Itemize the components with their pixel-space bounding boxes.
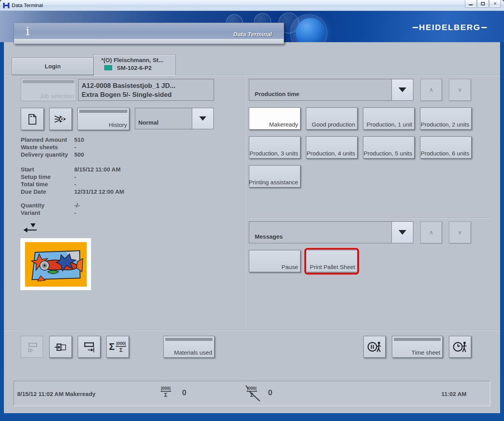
minimize-button[interactable] <box>465 0 477 8</box>
time-sheet-button[interactable]: Time sheet <box>392 336 443 358</box>
history-button[interactable]: History <box>77 108 129 130</box>
clock-display: 11:02 AM <box>441 391 466 397</box>
production-button-6-units[interactable]: Production, 6 units <box>420 136 472 159</box>
production-button-3-units[interactable]: Production, 3 units <box>249 136 300 159</box>
counter-sum-button[interactable]: Σ |000| Σ <box>106 336 129 358</box>
window-title: Data Terminal <box>12 2 43 8</box>
maximize-icon <box>481 2 485 5</box>
stat-row: Start8/15/12 11:00 AM <box>21 166 124 173</box>
job-info-box: A12-0008 Basistestjob_1 JD... Extra Boge… <box>78 79 214 101</box>
stat-row: Total time- <box>21 180 124 188</box>
messages-scroll-up-button[interactable]: ∧ <box>420 221 442 243</box>
sigma-icon: Σ <box>109 341 114 352</box>
tab-active-job[interactable]: *(O) Fleischmann, St... SM-102-6-P2 <box>94 54 176 75</box>
waste-counter-icon: |000|Σ <box>247 386 257 398</box>
job-preview-thumbnail <box>20 238 91 290</box>
production-dropdown-arrow[interactable] <box>391 79 413 101</box>
production-time-dropdown[interactable]: Production time <box>249 79 413 101</box>
production-button-1-unit[interactable]: Production, 1 unit <box>363 107 415 130</box>
chevron-down-icon <box>399 230 406 235</box>
production-button-5-units[interactable]: Production, 5 units <box>363 136 415 159</box>
status-message: 8/15/12 11:02 AM Makeready <box>17 391 95 397</box>
logo-bar <box>481 27 487 28</box>
tab-operator-label: *(O) Fleischmann, St... <box>101 57 175 63</box>
preview-eye-icon <box>54 113 67 125</box>
app-header-bar: i Data Terminal <box>14 23 284 44</box>
heidelberg-h-icon <box>3 3 9 8</box>
mode-value: Normal <box>138 119 159 126</box>
machine-status-indicator <box>104 65 112 70</box>
job-change-icon <box>54 340 67 353</box>
info-icon[interactable]: i <box>26 25 30 37</box>
pause-timesheet-button[interactable] <box>363 336 386 358</box>
tab-machine-label: SM-102-6-P2 <box>117 64 152 71</box>
status-bar: 8/15/12 11:02 AM Makeready |000|Σ 0 |000… <box>14 381 490 406</box>
chevron-down-icon: ∨ <box>458 86 462 93</box>
sheet-direction-icon <box>23 223 38 233</box>
app-title: Data Terminal <box>233 31 272 37</box>
counter-fraction-icon: |000| Σ <box>116 341 126 353</box>
clock-person-icon <box>452 340 468 353</box>
messages-scroll-down-button[interactable]: ∨ <box>449 221 471 243</box>
panel-divider <box>244 77 245 330</box>
print-pallet-sheet-button[interactable]: Print Pallet Sheet <box>306 250 357 272</box>
job-title-line2: Extra Bogen 5/- Single-sided <box>82 90 214 99</box>
good-counter-icon: |000|Σ <box>161 386 171 398</box>
close-icon: ✕ <box>493 1 497 6</box>
toolbar-separator <box>4 330 500 331</box>
messages-dropdown[interactable]: Messages <box>249 221 413 243</box>
job-selection-button[interactable]: Job selection <box>21 78 76 101</box>
stat-row: Planned Amount510 <box>21 136 84 143</box>
clock-timesheet-button[interactable] <box>449 336 471 358</box>
stat-row: Quantity-/- <box>21 202 80 209</box>
mode-dropdown[interactable]: Normal <box>135 108 214 129</box>
logo-bar <box>413 27 418 28</box>
chevron-down-icon <box>199 116 206 121</box>
production-button-2-units[interactable]: Production, 2 units <box>420 107 472 130</box>
stat-row: Variant- <box>21 209 80 216</box>
production-scroll-up-button[interactable]: ∧ <box>420 79 442 101</box>
header-bottom-strip <box>14 39 284 44</box>
production-button-printing-assistance[interactable]: Printing assistance <box>249 165 300 187</box>
heidelberg-logo: HEIDELBERG <box>413 23 487 32</box>
waste-counter-value: 0 <box>268 388 272 397</box>
production-button-good-production[interactable]: Good production <box>306 107 357 130</box>
job-title-line1: A12-0008 Basistestjob_1 JD... <box>82 81 214 90</box>
close-button[interactable]: ✕ <box>489 0 501 8</box>
stat-row: Waste sheets- <box>21 143 84 151</box>
production-button-4-units[interactable]: Production, 4 units <box>306 136 357 159</box>
production-time-label: Production time <box>255 91 299 97</box>
button-top-strip <box>23 80 74 83</box>
tab-login[interactable]: Login <box>12 57 94 75</box>
production-button-makeready[interactable]: Makeready <box>249 107 300 130</box>
production-scroll-down-button[interactable]: ∨ <box>449 79 471 101</box>
window-titlebar[interactable]: Data Terminal ✕ <box>0 0 504 11</box>
button-top-strip <box>165 338 213 341</box>
pause-person-icon <box>367 340 382 353</box>
minimize-icon <box>469 4 473 5</box>
chevron-up-icon: ∧ <box>429 229 433 236</box>
stat-row: Due Date12/31/12 12:00 AM <box>21 188 124 195</box>
maximize-button[interactable] <box>477 0 489 8</box>
chevron-down-icon: ∨ <box>458 229 462 236</box>
pause-message-button[interactable]: Pause <box>249 250 300 272</box>
stat-row: Delivery quantity500 <box>21 151 84 158</box>
mode-dropdown-arrow[interactable] <box>192 108 214 129</box>
document-icon <box>27 113 38 125</box>
job-preview-button[interactable] <box>49 108 72 130</box>
pallet-end-button[interactable] <box>78 336 100 358</box>
messages-dropdown-arrow[interactable] <box>391 221 413 243</box>
chevron-up-icon: ∧ <box>429 86 433 93</box>
tab-separator <box>4 75 500 76</box>
data-terminal-window: Data Terminal ✕ HEIDELBERG i Data Termin… <box>0 0 504 421</box>
job-document-button[interactable] <box>21 108 44 130</box>
stat-row: Setup time- <box>21 173 124 180</box>
materials-used-button[interactable]: Materials used <box>163 336 214 358</box>
button-top-strip <box>394 338 441 341</box>
messages-separator <box>249 218 490 218</box>
quantity-stats-group: Quantity-/- Variant- <box>21 202 80 216</box>
job-change-button[interactable] <box>49 336 72 358</box>
pallet-forward-button[interactable] <box>21 336 43 358</box>
artwork-image <box>20 238 91 290</box>
pallet-forward-icon <box>25 340 39 353</box>
